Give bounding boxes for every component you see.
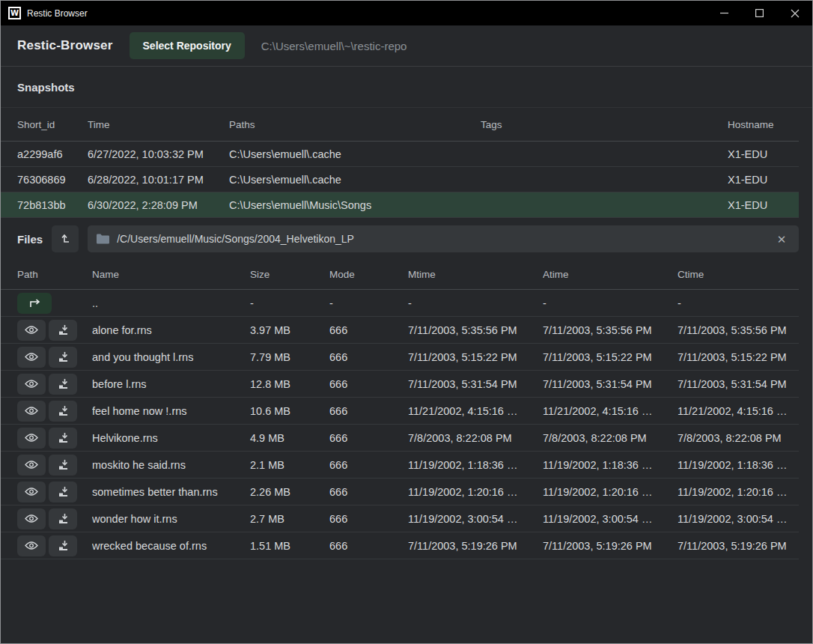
file-name: Helvikone.rns (92, 432, 250, 444)
preview-file-button[interactable] (17, 401, 46, 422)
minimize-button[interactable] (707, 1, 742, 25)
file-ctime: 11/19/2002, 1:20:16 … (678, 486, 799, 498)
file-ctime: 7/11/2003, 5:19:26 PM (678, 540, 799, 552)
file-atime: 11/19/2002, 3:00:54 … (543, 513, 678, 525)
preview-file-button[interactable] (17, 508, 46, 529)
level-up-button[interactable] (52, 225, 79, 252)
file-actions (17, 347, 92, 368)
current-path-value: /C/Users/emuell/Music/Songs/2004_Helveti… (117, 233, 766, 245)
parent-dir-row[interactable]: .. - - - - - (1, 290, 799, 317)
preview-file-button[interactable] (17, 535, 46, 556)
file-atime: 7/8/2003, 8:22:08 PM (543, 432, 678, 444)
snapshot-row[interactable]: 72b813bb 6/30/2022, 2:28:09 PM C:\Users\… (1, 192, 799, 218)
file-ctime: 11/19/2002, 1:18:36 … (678, 459, 799, 471)
file-atime: 7/11/2003, 5:19:26 PM (543, 540, 678, 552)
file-actions (17, 482, 92, 502)
file-name: alone for.rns (92, 324, 250, 336)
file-size: 12.8 MB (250, 378, 329, 390)
download-file-button[interactable] (49, 535, 77, 556)
download-file-button[interactable] (49, 401, 77, 422)
column-header-hostname[interactable]: Hostname (728, 119, 799, 130)
level-up-icon (59, 233, 71, 245)
preview-file-button[interactable] (17, 347, 46, 368)
download-icon (58, 432, 69, 443)
snapshot-time: 6/30/2022, 2:28:09 PM (88, 199, 229, 211)
file-mtime: 7/11/2003, 5:31:54 PM (408, 378, 543, 390)
snapshot-row[interactable]: a2299af6 6/27/2022, 10:03:32 PM C:\Users… (1, 142, 799, 167)
file-atime: 11/19/2002, 1:20:16 … (543, 486, 678, 498)
toolbar: Restic-Browser Select Repository C:\User… (1, 25, 812, 67)
file-actions (17, 428, 92, 449)
file-mode: 666 (329, 405, 408, 417)
close-button[interactable] (777, 1, 812, 25)
file-name: feel home now !.rns (92, 405, 250, 417)
eye-icon (25, 460, 38, 470)
preview-file-button[interactable] (17, 482, 46, 502)
file-name: .. (92, 297, 250, 309)
snapshot-hostname: X1-EDU (728, 174, 799, 186)
download-icon (58, 540, 69, 551)
download-file-button[interactable] (49, 482, 77, 502)
preview-file-button[interactable] (17, 455, 46, 476)
parent-dir-actions (17, 293, 92, 314)
go-parent-dir-button[interactable] (17, 293, 52, 314)
column-header-mode[interactable]: Mode (329, 269, 408, 280)
file-size: 7.79 MB (250, 351, 329, 363)
column-header-ctime[interactable]: Ctime (678, 269, 799, 280)
select-repository-button[interactable]: Select Repository (130, 32, 245, 59)
download-file-button[interactable] (49, 428, 77, 449)
column-header-path[interactable]: Path (17, 269, 92, 280)
download-file-button[interactable] (49, 374, 77, 395)
file-size: 2.26 MB (250, 486, 329, 498)
preview-file-button[interactable] (17, 428, 46, 449)
column-header-size[interactable]: Size (250, 269, 329, 280)
snapshot-paths: C:\Users\emuell\Music\Songs (229, 199, 481, 211)
file-name: sometimes better than.rns (92, 486, 250, 498)
file-mtime: 7/11/2003, 5:35:56 PM (408, 324, 543, 336)
download-file-button[interactable] (49, 508, 77, 529)
download-icon (58, 513, 69, 524)
file-row[interactable]: Helvikone.rns 4.9 MB 666 7/8/2003, 8:22:… (1, 425, 799, 452)
download-file-button[interactable] (49, 347, 77, 368)
files-heading: Files (17, 233, 43, 246)
snapshot-time: 6/27/2022, 10:03:32 PM (88, 148, 229, 160)
file-row[interactable]: wrecked because of.rns 1.51 MB 666 7/11/… (1, 532, 799, 559)
file-size: 2.1 MB (250, 459, 329, 471)
file-actions (17, 374, 92, 395)
file-row[interactable]: and you thought l.rns 7.79 MB 666 7/11/2… (1, 344, 799, 371)
download-file-button[interactable] (49, 455, 77, 476)
clear-path-button[interactable]: ✕ (773, 231, 790, 247)
current-path-input[interactable]: /C/Users/emuell/Music/Songs/2004_Helveti… (88, 225, 799, 252)
snapshot-row[interactable]: 76306869 6/28/2022, 10:01:17 PM C:\Users… (1, 167, 799, 192)
column-header-name[interactable]: Name (92, 269, 250, 280)
download-file-button[interactable] (49, 320, 77, 341)
column-header-paths[interactable]: Paths (229, 119, 481, 130)
snapshots-table: Short_id Time Paths Tags Hostname a2299a… (1, 108, 799, 218)
file-atime: 7/11/2003, 5:35:56 PM (543, 324, 678, 336)
file-row[interactable]: feel home now !.rns 10.6 MB 666 11/21/20… (1, 398, 799, 425)
preview-file-button[interactable] (17, 320, 46, 341)
file-row[interactable]: before l.rns 12.8 MB 666 7/11/2003, 5:31… (1, 371, 799, 398)
column-header-mtime[interactable]: Mtime (408, 269, 543, 280)
file-row[interactable]: alone for.rns 3.97 MB 666 7/11/2003, 5:3… (1, 317, 799, 344)
maximize-button[interactable] (742, 1, 777, 25)
snapshot-paths: C:\Users\emuell\.cache (229, 148, 481, 160)
file-name: moskito he said.rns (92, 459, 250, 471)
download-icon (58, 378, 69, 389)
download-icon (58, 486, 69, 497)
column-header-atime[interactable]: Atime (543, 269, 678, 280)
column-header-time[interactable]: Time (88, 119, 229, 130)
file-size: 4.9 MB (250, 432, 329, 444)
file-row[interactable]: sometimes better than.rns 2.26 MB 666 11… (1, 479, 799, 505)
column-header-tags[interactable]: Tags (481, 119, 728, 130)
files-table-header: Path Name Size Mode Mtime Atime Ctime (1, 260, 799, 290)
download-icon (58, 405, 69, 416)
file-mode: 666 (329, 486, 408, 498)
preview-file-button[interactable] (17, 374, 46, 395)
files-bar: Files /C/Users/emuell/Music/Songs/2004_H… (1, 218, 812, 260)
file-actions (17, 508, 92, 529)
file-row[interactable]: wonder how it.rns 2.7 MB 666 11/19/2002,… (1, 505, 799, 532)
wails-logo-icon: W (8, 7, 21, 19)
file-row[interactable]: moskito he said.rns 2.1 MB 666 11/19/200… (1, 452, 799, 479)
column-header-short-id[interactable]: Short_id (17, 119, 88, 130)
